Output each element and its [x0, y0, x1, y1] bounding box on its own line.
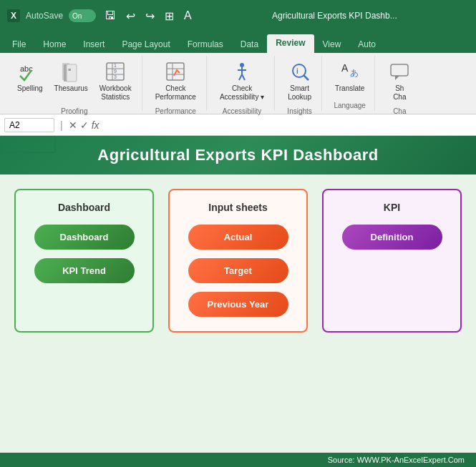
input-sheets-section: Input sheets Actual Target Previous Year: [168, 189, 308, 333]
workbook-stats-label: WorkbookStatistics: [99, 84, 132, 102]
tab-review[interactable]: Review: [267, 34, 314, 53]
ribbon-content: abc Spelling ≡ Thesaurus 193 WorkbookSta…: [0, 53, 476, 114]
workbook-stats-icon: 193: [104, 60, 127, 83]
comments-button[interactable]: ShCha: [384, 57, 415, 104]
insights-group-label: Insights: [287, 106, 311, 115]
svg-text:1: 1: [114, 63, 117, 68]
source-bar: Source: WWW.PK-AnExcelExpert.Com: [0, 453, 476, 467]
main-content: Agricultural Exports KPI Dashboard Dashb…: [0, 136, 476, 467]
svg-point-16: [240, 63, 244, 67]
save-icon[interactable]: 🖫: [102, 8, 119, 24]
proofing-group-label: Proofing: [61, 106, 87, 115]
tab-insert[interactable]: Insert: [74, 36, 113, 53]
performance-items: CheckPerformance: [151, 57, 200, 104]
performance-group-label: Performance: [155, 106, 196, 115]
smart-lookup-button[interactable]: i SmartLookup: [283, 57, 316, 104]
window-title: Agricultural Exports KPI Dashb...: [200, 11, 469, 21]
titlebar-icons: 🖫 ↩ ↪ ⊞ A: [102, 8, 195, 24]
kpi-section: KPI Definition: [322, 189, 462, 333]
comments-icon: [388, 60, 411, 83]
ribbon-group-performance: CheckPerformance Performance: [145, 56, 207, 111]
formula-icons: ✕ ✓ fx: [69, 119, 99, 131]
cell-reference[interactable]: [4, 118, 54, 132]
spelling-label: Spelling: [17, 84, 43, 93]
svg-marker-27: [395, 76, 399, 80]
source-text: Source: WWW.PK-AnExcelExpert.Com: [328, 456, 465, 464]
autosave-toggle[interactable]: On: [69, 9, 96, 22]
dashboard-section: Dashboard Dashboard KPI Trend: [14, 189, 154, 333]
target-btn[interactable]: Target: [188, 258, 288, 283]
comments-group-label: Cha: [393, 106, 406, 115]
svg-rect-26: [391, 64, 408, 76]
svg-text:i: i: [296, 67, 298, 75]
grid-icon[interactable]: ⊞: [162, 8, 177, 24]
comments-label: ShCha: [393, 84, 406, 102]
check-accessibility-label: CheckAccessibility ▾: [220, 84, 264, 102]
actual-btn[interactable]: Actual: [188, 225, 288, 250]
cancel-formula-icon[interactable]: ✕: [69, 119, 77, 131]
autosave-label: AutoSave: [26, 11, 63, 21]
excel-logo: X: [7, 9, 20, 22]
accessibility-group-label: Accessibility: [223, 106, 261, 115]
smart-lookup-icon: i: [288, 60, 311, 83]
ribbon-group-comments: ShCha Cha: [378, 56, 421, 111]
font-color-icon[interactable]: A: [181, 8, 195, 24]
kpi-section-title: KPI: [384, 202, 400, 213]
svg-text:あ: あ: [350, 68, 359, 78]
ribbon-group-proofing: abc Spelling ≡ Thesaurus 193 WorkbookSta…: [7, 56, 142, 111]
check-accessibility-button[interactable]: CheckAccessibility ▾: [215, 57, 268, 104]
dashboard-header: Agricultural Exports KPI Dashboard: [0, 136, 476, 174]
ribbon-tabs: File Home Insert Page Layout Formulas Da…: [0, 31, 476, 53]
check-performance-button[interactable]: CheckPerformance: [151, 57, 200, 104]
previous-year-btn[interactable]: Previous Year: [188, 292, 288, 317]
svg-line-22: [303, 75, 309, 80]
translate-label: Translate: [335, 84, 364, 93]
workbook-stats-button[interactable]: 193 WorkbookStatistics: [95, 57, 136, 104]
tab-file[interactable]: File: [4, 36, 34, 53]
thesaurus-button[interactable]: ≡ Thesaurus: [50, 57, 92, 96]
formula-input[interactable]: [102, 119, 472, 132]
kpi-trend-btn[interactable]: KPI Trend: [34, 258, 135, 283]
title-bar: X AutoSave On 🖫 ↩ ↪ ⊞ A Agricultural Exp…: [0, 0, 476, 31]
ribbon-group-language: Aあ Translate Language: [325, 56, 375, 111]
insert-function-icon[interactable]: fx: [92, 119, 99, 131]
definition-btn[interactable]: Definition: [342, 225, 442, 250]
check-performance-icon: [164, 60, 187, 83]
spelling-button[interactable]: abc Spelling: [13, 57, 47, 96]
dashboard-title: Agricultural Exports KPI Dashboard: [97, 146, 378, 164]
tab-page-layout[interactable]: Page Layout: [113, 36, 178, 53]
tab-data[interactable]: Data: [232, 36, 267, 53]
proofing-items: abc Spelling ≡ Thesaurus 193 WorkbookSta…: [13, 57, 136, 104]
svg-text:A: A: [341, 62, 349, 74]
comments-items: ShCha: [384, 57, 415, 104]
confirm-formula-icon[interactable]: ✓: [80, 119, 89, 131]
thesaurus-label: Thesaurus: [54, 84, 88, 93]
tab-home[interactable]: Home: [34, 36, 74, 53]
check-performance-label: CheckPerformance: [155, 84, 196, 102]
spelling-icon: abc: [19, 60, 42, 83]
tab-view[interactable]: View: [314, 36, 350, 53]
tab-formulas[interactable]: Formulas: [179, 36, 232, 53]
dashboard-area: Agricultural Exports KPI Dashboard Dashb…: [0, 136, 476, 467]
dashboard-btn[interactable]: Dashboard: [34, 225, 135, 250]
check-accessibility-icon: [230, 60, 253, 83]
undo-icon[interactable]: ↩: [123, 8, 138, 24]
svg-line-19: [239, 74, 242, 80]
sections-row: Dashboard Dashboard KPI Trend Input shee…: [0, 174, 476, 340]
ribbon-group-accessibility: CheckAccessibility ▾ Accessibility: [210, 56, 275, 111]
ribbon-group-insights: i SmartLookup Insights: [278, 56, 322, 111]
smart-lookup-label: SmartLookup: [288, 84, 311, 102]
formula-sep-1: |: [57, 119, 66, 131]
translate-icon: Aあ: [339, 60, 361, 83]
translate-button[interactable]: Aあ Translate: [331, 57, 369, 96]
input-sheets-section-title: Input sheets: [208, 202, 267, 213]
svg-text:≡: ≡: [68, 67, 71, 72]
redo-icon[interactable]: ↪: [142, 8, 157, 24]
formula-bar: | ✕ ✓ fx: [0, 114, 476, 136]
language-items: Aあ Translate: [331, 57, 369, 99]
dashboard-section-title: Dashboard: [58, 202, 110, 213]
language-group-label: Language: [334, 100, 366, 109]
accessibility-items: CheckAccessibility ▾: [215, 57, 268, 104]
svg-text:9: 9: [114, 69, 117, 74]
tab-auto[interactable]: Auto: [349, 36, 384, 53]
